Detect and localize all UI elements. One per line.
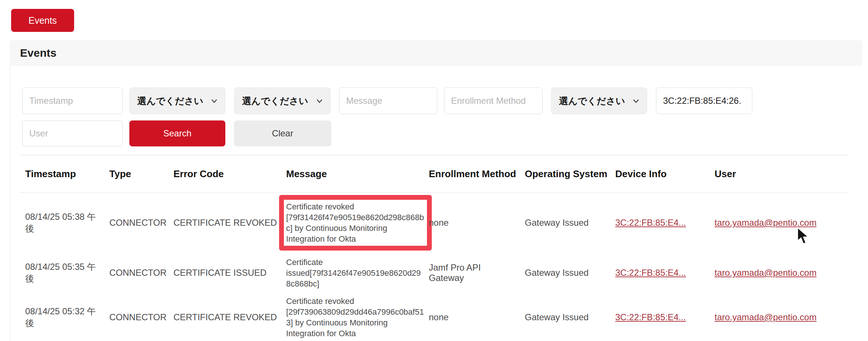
device-info-link[interactable]: 3C:22:FB:85:E4... [615,312,686,322]
cell-timestamp: 08/14/25 05:35 午後 [25,261,109,285]
cell-type: CONNECTOR [109,268,173,278]
search-button[interactable]: Search [129,120,225,146]
cell-message: Certificate revoked [79f31426f47e90519e8… [286,195,425,251]
cell-enrollment-method: none [429,312,525,322]
col-header-enrollment-method: Enrollment Method [429,168,525,180]
user-filter-input[interactable] [22,120,123,146]
cell-enrollment-method: none [429,218,525,228]
cell-error-code: CERTIFICATE REVOKED [173,218,286,228]
user-email-link[interactable]: taro.yamada@pentio.com [715,312,816,322]
message-text: Certificate revoked [79f31426f47e90519e8… [286,202,424,244]
cell-timestamp: 08/14/25 05:32 午後 [25,305,109,329]
cell-type: CONNECTOR [109,312,173,322]
type-filter-select-value: 選んでください [137,95,203,107]
error-code-filter-select[interactable]: 選んでください [234,87,331,114]
table-row: 08/14/25 05:35 午後 CONNECTOR CERTIFICATE … [19,253,849,293]
cell-operating-system: Gateway Issued [525,268,615,278]
type-filter-select[interactable]: 選んでください [129,87,225,114]
device-info-link[interactable]: 3C:22:FB:85:E4... [615,218,686,228]
cell-enrollment-method: Jamf Pro API Gateway [429,262,525,283]
user-email-link[interactable]: taro.yamada@pentio.com [715,268,816,278]
cell-timestamp: 08/14/25 05:38 午後 [25,211,109,235]
cell-message: Certificate revoked [29f739063809d29dd46… [286,296,425,339]
table-row: 08/14/25 05:32 午後 CONNECTOR CERTIFICATE … [19,293,849,341]
message-filter-input[interactable] [339,87,437,114]
highlighted-message-box: Certificate revoked [79f31426f47e90519e8… [279,195,432,251]
clear-button[interactable]: Clear [234,120,331,146]
table-header-row: Timestamp Type Error Code Message Enroll… [19,155,849,193]
col-header-message: Message [286,168,429,180]
events-table: Timestamp Type Error Code Message Enroll… [19,155,849,341]
chevron-down-icon [315,96,324,106]
cell-error-code: CERTIFICATE ISSUED [173,268,286,278]
os-filter-select-value: 選んでください [559,95,625,107]
chevron-down-icon [209,96,219,106]
device-info-filter-input[interactable] [656,87,752,114]
timestamp-filter-input[interactable] [22,87,123,114]
cell-error-code: CERTIFICATE REVOKED [173,312,286,322]
device-info-link[interactable]: 3C:22:FB:85:E4... [615,268,686,278]
events-page: Events Events 選んでください 選んでください 選んでください [0,0,868,341]
mouse-cursor-icon [796,227,812,245]
events-nav-button[interactable]: Events [11,9,74,32]
cell-type: CONNECTOR [109,218,173,228]
panel-header: Events [10,40,862,66]
error-code-filter-select-value: 選んでください [242,95,308,107]
panel-left-border [10,66,10,341]
col-header-type: Type [109,168,173,180]
col-header-operating-system: Operating System [525,168,615,180]
table-row: 08/14/25 05:38 午後 CONNECTOR CERTIFICATE … [19,193,849,253]
chevron-down-icon [631,96,641,106]
enrollment-method-filter-input[interactable] [444,87,543,114]
col-header-timestamp: Timestamp [25,168,109,180]
col-header-error-code: Error Code [173,168,286,180]
user-email-link[interactable]: taro.yamada@pentio.com [715,218,816,228]
col-header-user: User [715,168,843,180]
cell-message: Certificate issued[79f31426f47e90519e862… [286,257,425,289]
cell-operating-system: Gateway Issued [525,312,615,322]
col-header-device-info: Device Info [615,168,715,180]
page-title: Events [10,47,56,59]
os-filter-select[interactable]: 選んでください [551,87,647,114]
cell-operating-system: Gateway Issued [525,218,615,228]
